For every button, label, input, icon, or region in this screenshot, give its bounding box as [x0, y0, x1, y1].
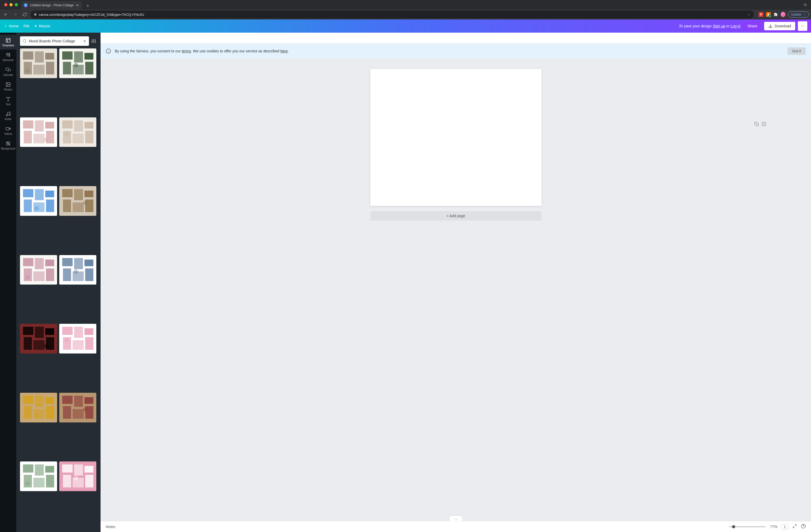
- videos-icon: [5, 126, 11, 131]
- browser-reload-button[interactable]: [21, 11, 28, 18]
- file-menu[interactable]: File: [24, 24, 30, 28]
- help-button[interactable]: [801, 524, 806, 529]
- cookie-dismiss-button[interactable]: Got it: [787, 47, 806, 55]
- window-close-button[interactable]: [4, 3, 7, 6]
- zoom-slider[interactable]: [729, 526, 766, 527]
- template-card[interactable]: [59, 393, 96, 423]
- update-label: Update: [791, 13, 801, 16]
- info-icon: [106, 48, 111, 54]
- nav-uploads[interactable]: Uploads: [0, 64, 16, 79]
- nav-videos-label: Videos: [4, 133, 12, 135]
- nav-elements-label: Elements: [3, 59, 14, 62]
- bookmark-star-icon[interactable]: ☆: [748, 13, 751, 17]
- svg-rect-75: [35, 327, 44, 338]
- download-label: Download: [775, 24, 791, 28]
- resize-button[interactable]: ✦ Resize: [34, 24, 50, 28]
- svg-rect-52: [85, 191, 93, 197]
- template-card[interactable]: [20, 186, 57, 216]
- svg-rect-102: [73, 409, 84, 419]
- profile-avatar-icon[interactable]: [781, 12, 785, 17]
- profile-indicator-icon[interactable]: [804, 3, 807, 6]
- login-link[interactable]: Log in: [731, 24, 740, 28]
- pinterest-extension-icon[interactable]: P: [759, 12, 763, 17]
- svg-rect-30: [33, 134, 45, 143]
- template-card[interactable]: [59, 117, 96, 147]
- svg-rect-62: [33, 271, 45, 281]
- zoom-value[interactable]: 77%: [770, 525, 777, 529]
- expand-icon: [793, 524, 797, 528]
- template-card[interactable]: [59, 324, 96, 353]
- nav-photos[interactable]: Photos: [0, 79, 16, 94]
- window-minimize-button[interactable]: [10, 3, 13, 6]
- zoom-thumb[interactable]: [732, 525, 735, 528]
- svg-rect-27: [35, 120, 44, 131]
- more-menu-button[interactable]: ⋯: [798, 21, 807, 31]
- window-maximize-button[interactable]: [15, 3, 18, 6]
- nav-audio[interactable]: Audio: [0, 108, 16, 123]
- svg-rect-106: [23, 465, 33, 473]
- signup-link[interactable]: Sign up: [713, 24, 725, 28]
- template-card[interactable]: [59, 461, 96, 491]
- nav-videos[interactable]: Videos: [0, 123, 16, 138]
- canvas-page[interactable]: [370, 69, 541, 206]
- download-button[interactable]: Download: [764, 22, 795, 30]
- svg-rect-95: [46, 406, 54, 419]
- extensions-puzzle-icon[interactable]: [774, 12, 778, 17]
- browser-update-button[interactable]: Update ⋮: [788, 11, 809, 18]
- canvas-scroll[interactable]: + Add page ︿: [101, 58, 811, 521]
- add-page-icon[interactable]: [762, 122, 766, 127]
- nav-templates[interactable]: Templates: [0, 35, 16, 49]
- search-filter-button[interactable]: [91, 39, 97, 43]
- nav-text[interactable]: Text: [0, 94, 16, 108]
- search-clear-button[interactable]: ✕: [83, 39, 86, 44]
- svg-rect-74: [23, 327, 33, 335]
- svg-rect-53: [63, 199, 71, 212]
- page-strip-toggle[interactable]: ︿: [449, 516, 462, 521]
- template-card[interactable]: [20, 324, 57, 353]
- tab-close-button[interactable]: ✕: [76, 3, 79, 7]
- svg-point-40: [64, 132, 69, 136]
- svg-rect-90: [23, 396, 33, 404]
- template-card[interactable]: [20, 48, 57, 78]
- svg-rect-0: [6, 38, 10, 42]
- browser-tab[interactable]: C Untitled design - Photo Collage ✕: [21, 1, 82, 10]
- nav-background[interactable]: Background: [0, 138, 16, 153]
- page-count-badge[interactable]: 1: [781, 524, 789, 530]
- template-card[interactable]: [20, 255, 57, 285]
- svg-rect-19: [74, 51, 83, 62]
- svg-rect-42: [23, 189, 33, 197]
- template-card[interactable]: [20, 117, 57, 147]
- browser-tab-strip: C Untitled design - Photo Collage ✕ +: [0, 0, 811, 10]
- fullscreen-button[interactable]: [793, 524, 797, 529]
- template-card[interactable]: [20, 461, 57, 491]
- new-tab-button[interactable]: +: [84, 2, 91, 10]
- here-link[interactable]: here: [280, 49, 288, 53]
- share-button[interactable]: Share: [743, 22, 761, 30]
- template-card[interactable]: [20, 393, 57, 423]
- terms-link[interactable]: terms: [182, 49, 191, 53]
- add-page-button[interactable]: + Add page: [370, 211, 541, 221]
- browser-forward-button[interactable]: [12, 11, 19, 18]
- template-card[interactable]: [59, 48, 96, 78]
- svg-rect-20: [85, 53, 93, 60]
- home-button[interactable]: Home: [4, 24, 19, 28]
- address-bar[interactable]: canva.com/design/play?category=tACZCstt_…: [31, 11, 754, 18]
- nav-elements[interactable]: Elements: [0, 49, 16, 64]
- template-card[interactable]: [59, 186, 96, 216]
- search-input[interactable]: [29, 39, 81, 43]
- tab-title: Untitled design - Photo Collage: [30, 3, 74, 7]
- browser-back-button[interactable]: [2, 11, 10, 18]
- extension-icon[interactable]: ▮1: [766, 12, 771, 17]
- svg-rect-87: [85, 337, 93, 350]
- svg-point-8: [23, 40, 26, 42]
- svg-rect-10: [23, 51, 33, 60]
- svg-rect-68: [85, 260, 93, 266]
- template-card[interactable]: [59, 255, 96, 285]
- svg-point-32: [44, 137, 48, 142]
- duplicate-page-icon[interactable]: [754, 122, 759, 127]
- svg-rect-47: [46, 199, 54, 212]
- header-left: Home File ✦ Resize: [4, 24, 50, 28]
- sliders-icon: [91, 39, 96, 43]
- notes-button[interactable]: Notes: [106, 525, 116, 529]
- svg-rect-34: [62, 120, 72, 128]
